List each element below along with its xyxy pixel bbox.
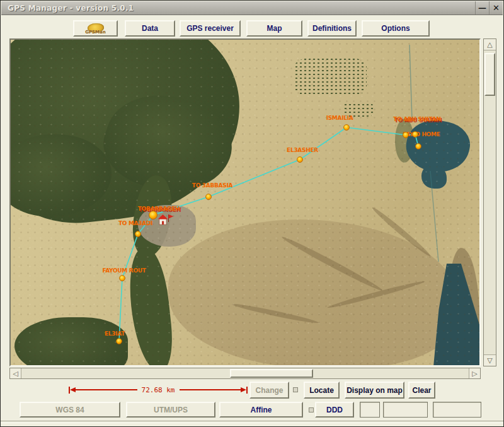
- waypoint-label: EL3ASHER: [287, 147, 318, 153]
- horizontal-scroll-thumb[interactable]: [230, 369, 313, 378]
- waypoint-label: TO MA3ADI: [118, 220, 152, 226]
- close-icon[interactable]: ✕: [489, 1, 503, 15]
- route-line: [119, 127, 418, 341]
- change-button[interactable]: Change: [249, 382, 289, 399]
- waypoint-label: TO ABU SULTAN: [393, 116, 440, 122]
- waypoint-label: EL3IAT: [105, 330, 125, 337]
- gpsman-logo-button[interactable]: GPSMan: [73, 20, 118, 37]
- gps-manager-window: GPS Manager - version 5.0.1 — ✕ GPSMan D…: [0, 0, 504, 427]
- waypoint-label: TO 3ABBASIA: [192, 182, 233, 189]
- scroll-down-icon[interactable]: ▽: [484, 354, 496, 366]
- waypoint-dot[interactable]: [117, 339, 122, 344]
- waypoint-dot[interactable]: [149, 211, 158, 219]
- route-overlay: EL3IATFAYOUM ROUTTO MA3ADITOBARRAGEHTOBA…: [11, 40, 479, 365]
- satellite-map: EL3IATFAYOUM ROUTTO MA3ADITOBARRAGEHTOBA…: [11, 40, 479, 365]
- scale-right-arrow-icon: [241, 387, 246, 392]
- map-menu-button[interactable]: Map: [246, 20, 302, 37]
- scale-indicator-square: [293, 387, 298, 392]
- waypoint-dot[interactable]: [120, 276, 125, 281]
- flag-icon: [169, 214, 174, 219]
- waypoint-dot[interactable]: [403, 132, 409, 138]
- waypoint-label: ISMAILIA: [326, 115, 353, 121]
- grid-utm-ups-button[interactable]: UTM/UPS: [126, 402, 215, 418]
- datum-wgs84-button[interactable]: WGS 84: [20, 402, 120, 418]
- datum-indicator-square: [309, 407, 314, 412]
- map-viewport[interactable]: EL3IATFAYOUM ROUTTO MA3ADITOBARRAGEHTOBA…: [9, 38, 481, 366]
- waypoint-dot[interactable]: [344, 125, 350, 131]
- affine-button[interactable]: Affine: [219, 402, 303, 418]
- map-horizontal-scrollbar[interactable]: ◁ ▷: [9, 368, 481, 379]
- coordinate-field-2[interactable]: [383, 402, 428, 418]
- scroll-right-icon[interactable]: ▷: [469, 368, 480, 378]
- bottom-divider: [1, 421, 504, 423]
- data-menu-button[interactable]: Data: [125, 20, 175, 37]
- options-menu-button[interactable]: Options: [362, 20, 430, 37]
- position-format-ddd-button[interactable]: DDD: [315, 402, 354, 418]
- clear-button[interactable]: Clear: [408, 382, 435, 399]
- scroll-left-icon[interactable]: ◁: [10, 368, 21, 378]
- title-bar[interactable]: GPS Manager - version 5.0.1 — ✕: [1, 1, 503, 15]
- gps-receiver-menu-button[interactable]: GPS receiver: [180, 20, 241, 37]
- scale-left-arrow-icon: [70, 387, 76, 392]
- vertical-scroll-thumb[interactable]: [484, 53, 495, 96]
- display-on-map-button[interactable]: Display on map: [345, 382, 404, 399]
- coordinate-field-1[interactable]: [360, 402, 380, 418]
- locate-button[interactable]: Locate: [304, 382, 340, 399]
- gpsman-logo-label: GPSMan: [85, 30, 106, 35]
- map-scale-ruler: 72.68 km: [69, 383, 248, 396]
- window-controls: — ✕: [475, 1, 503, 15]
- window-title: GPS Manager - version 5.0.1: [1, 4, 134, 13]
- waypoint-dot[interactable]: [416, 144, 421, 149]
- waypoint-label: TOBARRAGEH: [138, 206, 180, 212]
- waypoint-dot[interactable]: [206, 194, 212, 200]
- house-waypoint-icon[interactable]: [158, 214, 174, 225]
- scale-distance-label: 72.68 km: [142, 386, 175, 394]
- definitions-menu-button[interactable]: Definitions: [307, 20, 357, 37]
- scroll-up-icon[interactable]: △: [484, 39, 496, 50]
- waypoint-dot[interactable]: [297, 157, 303, 163]
- minimize-icon[interactable]: —: [475, 1, 489, 15]
- waypoint-dot[interactable]: [413, 132, 418, 137]
- waypoint-dot[interactable]: [135, 231, 141, 237]
- suez-canal-line: [410, 45, 412, 119]
- coordinate-field-3[interactable]: [433, 402, 481, 418]
- waypoint-label: FAYOUM ROUT: [102, 267, 146, 274]
- map-vertical-scrollbar[interactable]: △ ▽: [483, 38, 496, 366]
